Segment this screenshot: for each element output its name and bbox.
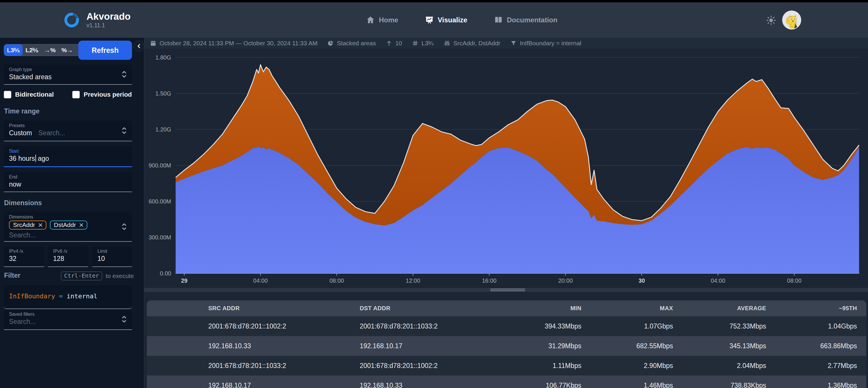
column-header-src-addr: SRC ADDR — [208, 305, 360, 312]
svg-text:08:00: 08:00 — [787, 277, 802, 284]
min-cell: 106.77Kbps — [490, 382, 581, 388]
ipv4-prefix-input[interactable]: IPv4 /x 32 — [4, 246, 44, 267]
dimensions-label: Dimensions — [9, 214, 127, 220]
table-row: 2001:678:d78:201::1002:22001:678:d78:201… — [147, 316, 866, 336]
brand[interactable]: Akvorado v1.11.1 — [63, 2, 130, 38]
filter-value-token: internal — [67, 293, 97, 300]
end-time-input[interactable]: End now — [4, 172, 132, 192]
table-row: 192.168.10.17192.168.10.33106.77Kbps1.46… — [147, 376, 866, 388]
refresh-button[interactable]: Refresh — [78, 41, 132, 60]
unit-toggle-[interactable]: →% — [41, 44, 59, 56]
dimensions-title: Dimensions — [4, 199, 42, 207]
average-cell: 2.04Mbps — [673, 362, 766, 370]
ctrl-enter-kbd: Ctrl-Enter — [61, 272, 102, 280]
summary-pie-chart: Stacked areas — [327, 40, 376, 47]
graph-type-select[interactable]: Graph type Stacked areas — [4, 64, 132, 85]
dimensions-select[interactable]: Dimensions SrcAddrDstAddr Search... — [4, 212, 132, 242]
home-icon — [366, 16, 375, 24]
ipv4-value: 32 — [9, 255, 17, 262]
src-addr-cell: 2001:678:d78:201::1033:2 — [208, 362, 360, 370]
svg-text:20:00: 20:00 — [558, 277, 573, 284]
traffic-stacked-area-chart[interactable]: 1.80G1.50G1.20G900.00M600.00M300.00M0.00… — [145, 49, 868, 293]
close-icon[interactable] — [38, 222, 43, 228]
previous-period-checkbox[interactable] — [72, 91, 80, 98]
ipv6-prefix-input[interactable]: IPv6 /x 128 — [48, 246, 88, 267]
time-range-title: Time range — [4, 108, 39, 115]
p95-cell: 2.77Mbps — [766, 362, 866, 370]
graph-type-label: Graph type — [9, 67, 127, 72]
average-cell: 752.33Mbps — [673, 322, 766, 330]
presets-select[interactable]: Presets Custom Search... — [4, 120, 132, 141]
svg-text:1.20G: 1.20G — [155, 126, 171, 132]
presets-value: Custom — [9, 129, 32, 137]
window-top-strip — [0, 0, 868, 2]
book-icon — [494, 16, 503, 24]
src-addr-cell: 2001:678:d78:201::1002:2 — [208, 322, 360, 330]
svg-text:08:00: 08:00 — [330, 277, 344, 284]
main-nav: HomeVisualizeDocumentation — [366, 2, 558, 38]
close-icon[interactable] — [79, 222, 84, 228]
chevron-updown-icon — [121, 315, 127, 324]
svg-text:900.00M: 900.00M — [149, 162, 171, 169]
bidirectional-checkbox[interactable] — [4, 91, 11, 98]
user-avatar[interactable] — [782, 10, 801, 30]
chevron-updown-icon — [121, 126, 127, 135]
dimension-chip-dstaddr[interactable]: DstAddr — [50, 220, 87, 230]
nav-item-home[interactable]: Home — [366, 16, 398, 24]
p95-cell: 1.36Mbps — [766, 382, 866, 388]
p95-cell: 663.86Mbps — [766, 342, 866, 350]
ipv6-value: 128 — [53, 255, 64, 262]
src-addr-cell: 192.168.10.17 — [208, 382, 360, 388]
dst-addr-cell: 2001:678:d78:201::1002:2 — [360, 362, 490, 370]
chevron-updown-icon — [121, 70, 127, 79]
top-flows-table: SRC ADDRDST ADDRMINMAXAVERAGE~95TH2001:6… — [147, 300, 866, 388]
unit-toggle-l2[interactable]: L2ᵇ⁄ₛ — [23, 44, 41, 56]
saved-filters-label: Saved filters — [9, 312, 127, 317]
svg-text:300.00M: 300.00M — [149, 234, 171, 241]
average-cell: 345.13Mbps — [673, 342, 766, 350]
svg-text:600.00M: 600.00M — [149, 198, 171, 205]
summary-calendar: October 28, 2024 11:33 PM — October 30, … — [150, 40, 317, 47]
dst-addr-cell: 192.168.10.17 — [360, 342, 490, 350]
dimensions-search-placeholder: Search... — [9, 231, 36, 239]
dst-addr-cell: 2001:678:d78:201::1033:2 — [360, 322, 490, 330]
filter-expression-editor[interactable]: InIfBoundary = internal — [4, 285, 132, 309]
nav-item-documentation[interactable]: Documentation — [494, 16, 558, 24]
app-version: v1.11.1 — [87, 22, 105, 28]
theme-toggle-sun-icon[interactable] — [766, 15, 776, 26]
svg-text:04:00: 04:00 — [253, 277, 268, 284]
p95-cell: 1.04Gbps — [766, 322, 866, 330]
start-time-input[interactable]: Start 36 hoursago — [4, 146, 132, 167]
top-navbar: Akvorado v1.11.1 HomeVisualizeDocumentat… — [0, 2, 868, 38]
chevron-left-icon — [136, 43, 142, 49]
limit-value: 10 — [97, 255, 105, 262]
dimension-chip-srcaddr[interactable]: SrcAddr — [9, 220, 46, 230]
table-row: 2001:678:d78:201::1033:22001:678:d78:201… — [147, 356, 866, 376]
start-label: Start — [9, 149, 127, 154]
nav-item-visualize[interactable]: Visualize — [425, 16, 467, 24]
arrow-up-icon — [386, 40, 392, 47]
resize-handle[interactable] — [490, 289, 525, 291]
svg-text:1.80G: 1.80G — [155, 54, 171, 61]
column-header-min: MIN — [490, 305, 581, 312]
unit-toggle-group: L3ᵇ⁄ₛL2ᵇ⁄ₛ→%%→ᵖ⁄ₛ — [4, 44, 88, 56]
table-row: 192.168.10.33192.168.10.1731.29Mbps682.5… — [147, 336, 866, 356]
hash-icon — [412, 40, 418, 47]
chart-table-divider — [144, 288, 868, 292]
presets-search-placeholder: Search... — [38, 129, 65, 137]
ipv4-label: IPv4 /x — [9, 249, 44, 254]
start-value-before-caret: 36 hours — [9, 155, 35, 162]
bidirectional-label: Bidirectional — [15, 91, 54, 98]
sidebar-collapse-button[interactable] — [133, 41, 144, 51]
filter-shortcut-hint: Ctrl-Enter to execute — [61, 272, 134, 280]
end-label: End — [9, 174, 127, 180]
unit-toggle-l3[interactable]: L3ᵇ⁄ₛ — [4, 44, 23, 56]
saved-filters-select[interactable]: Saved filters Search... — [4, 309, 132, 330]
svg-text:16:00: 16:00 — [482, 277, 496, 284]
svg-text:12:00: 12:00 — [406, 277, 421, 284]
funnel-icon — [510, 40, 517, 47]
unit-toggle-[interactable]: %→ — [59, 44, 76, 56]
limit-input[interactable]: Limit 10 — [92, 246, 132, 267]
filter-hint-text: to execute — [105, 272, 134, 279]
svg-text:1.50G: 1.50G — [155, 90, 171, 97]
